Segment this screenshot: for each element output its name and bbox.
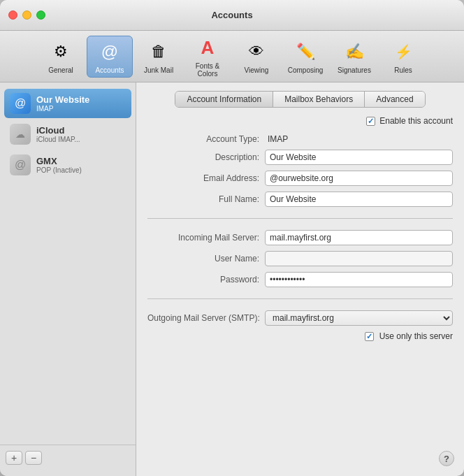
toolbar-item-rules[interactable]: ⚡ Rules [380, 36, 426, 78]
titlebar: Accounts [0, 0, 464, 31]
tab-mailbox-behaviors[interactable]: Mailbox Behaviors [273, 92, 365, 107]
sidebar-name-ourwebsite: Our Website [36, 94, 89, 105]
toolbar-label-accounts: Accounts [95, 66, 124, 74]
account-icon-icloud: ☁ [10, 124, 31, 145]
password-input[interactable] [265, 272, 453, 287]
toolbar-item-viewing[interactable]: 👁 Viewing [233, 36, 280, 78]
sidebar-text-gmx: GMX POP (Inactive) [36, 156, 82, 174]
gear-icon: ⚙ [48, 39, 73, 64]
sidebar-account-gmx[interactable]: @ GMX POP (Inactive) [4, 150, 131, 180]
main-content: @ Our Website IMAP ☁ iCloud iCloud IMAP.… [0, 82, 464, 476]
signatures-icon: ✍️ [342, 39, 367, 64]
tab-advanced[interactable]: Advanced [365, 92, 424, 107]
smtp-select[interactable]: mail.mayfirst.org [265, 310, 453, 326]
sidebar-text-ourwebsite: Our Website IMAP [36, 94, 89, 113]
window-title: Accounts [211, 10, 252, 20]
help-button[interactable]: ? [439, 451, 454, 466]
account-type-label: Account Type: [147, 134, 259, 144]
close-button[interactable] [8, 10, 17, 20]
tab-account-information[interactable]: Account Information [175, 92, 273, 107]
account-icon-ourwebsite: @ [10, 93, 31, 114]
description-input[interactable] [265, 150, 453, 165]
username-input[interactable] [265, 251, 453, 266]
enable-account-label: Enable this account [379, 116, 453, 126]
viewing-icon: 👁 [244, 39, 269, 64]
toolbar-label-junk: Junk Mail [144, 66, 173, 74]
toolbar-label-fonts: Fonts & Colors [184, 62, 231, 78]
account-icon-gmx: @ [10, 154, 31, 175]
toolbar-item-junk[interactable]: 🗑 Junk Mail [136, 36, 182, 78]
toolbar-item-general[interactable]: ⚙ General [38, 36, 84, 78]
toolbar-label-composing: Composing [288, 66, 324, 74]
toolbar-label-signatures: Signatures [338, 66, 371, 74]
add-account-button[interactable]: + [6, 451, 22, 465]
enable-account-checkbox[interactable] [366, 117, 375, 126]
password-label: Password: [147, 275, 259, 284]
toolbar-item-fonts[interactable]: A Fonts & Colors [184, 36, 231, 78]
form-section-server: Incoming Mail Server: User Name: Passwor… [147, 230, 453, 287]
smtp-row: Outgoing Mail Server (SMTP): mail.mayfir… [147, 310, 453, 326]
email-input[interactable] [265, 171, 453, 186]
sidebar: @ Our Website IMAP ☁ iCloud iCloud IMAP.… [0, 82, 136, 476]
fullname-row: Full Name: [147, 192, 453, 207]
enable-row: Enable this account [147, 116, 453, 126]
only-server-checkbox[interactable] [365, 332, 374, 341]
remove-account-button[interactable]: − [25, 451, 42, 465]
toolbar: ⚙ General @ Accounts 🗑 Junk Mail A Fonts… [0, 31, 464, 82]
username-row: User Name: [147, 251, 453, 266]
tab-bar: Account Information Mailbox Behaviors Ad… [175, 91, 425, 108]
password-row: Password: [147, 272, 453, 287]
sidebar-account-ourwebsite[interactable]: @ Our Website IMAP [4, 89, 131, 118]
toolbar-item-accounts[interactable]: @ Accounts [87, 36, 133, 78]
window-controls [8, 10, 45, 20]
fullname-input[interactable] [265, 192, 453, 207]
sidebar-sub-icloud: iCloud IMAP... [36, 136, 80, 143]
minimize-button[interactable] [22, 10, 31, 20]
account-type-value: IMAP [265, 134, 288, 144]
composing-icon: ✏️ [293, 39, 318, 64]
username-label: User Name: [147, 254, 259, 264]
fonts-icon: A [195, 36, 220, 60]
smtp-label: Outgoing Mail Server (SMTP): [147, 313, 259, 323]
sidebar-footer: + − [0, 445, 136, 470]
form-section-smtp: Outgoing Mail Server (SMTP): mail.mayfir… [147, 310, 453, 341]
account-type-row: Account Type: IMAP [147, 134, 453, 144]
description-row: Description: [147, 150, 453, 165]
junk-icon: 🗑 [146, 39, 171, 64]
toolbar-label-viewing: Viewing [245, 66, 269, 74]
maximize-button[interactable] [36, 10, 45, 20]
sidebar-name-gmx: GMX [36, 156, 82, 166]
content-area: Account Information Mailbox Behaviors Ad… [136, 82, 464, 476]
toolbar-item-signatures[interactable]: ✍️ Signatures [331, 36, 377, 78]
email-row: Email Address: [147, 171, 453, 186]
sidebar-text-icloud: iCloud iCloud IMAP... [36, 125, 80, 143]
only-server-row: Use only this server [147, 331, 453, 341]
incoming-server-row: Incoming Mail Server: [147, 230, 453, 245]
form-section-basic: Account Type: IMAP Description: Email Ad… [147, 134, 453, 207]
at-icon: @ [97, 39, 122, 64]
main-window: Accounts ⚙ General @ Accounts 🗑 Junk Mai… [0, 0, 464, 476]
form-divider-2 [147, 298, 453, 299]
description-label: Description: [147, 152, 259, 162]
rules-icon: ⚡ [391, 39, 416, 64]
sidebar-name-icloud: iCloud [36, 125, 80, 136]
toolbar-label-rules: Rules [394, 66, 412, 74]
email-label: Email Address: [147, 173, 259, 183]
sidebar-sub-gmx: POP (Inactive) [36, 166, 82, 174]
only-server-label: Use only this server [379, 331, 453, 341]
incoming-server-input[interactable] [265, 230, 453, 245]
fullname-label: Full Name: [147, 194, 259, 204]
form-divider-1 [147, 218, 453, 219]
sidebar-account-icloud[interactable]: ☁ iCloud iCloud IMAP... [4, 120, 131, 149]
toolbar-label-general: General [48, 66, 73, 74]
toolbar-item-composing[interactable]: ✏️ Composing [282, 36, 328, 78]
sidebar-sub-ourwebsite: IMAP [36, 105, 89, 113]
incoming-server-label: Incoming Mail Server: [147, 233, 259, 243]
